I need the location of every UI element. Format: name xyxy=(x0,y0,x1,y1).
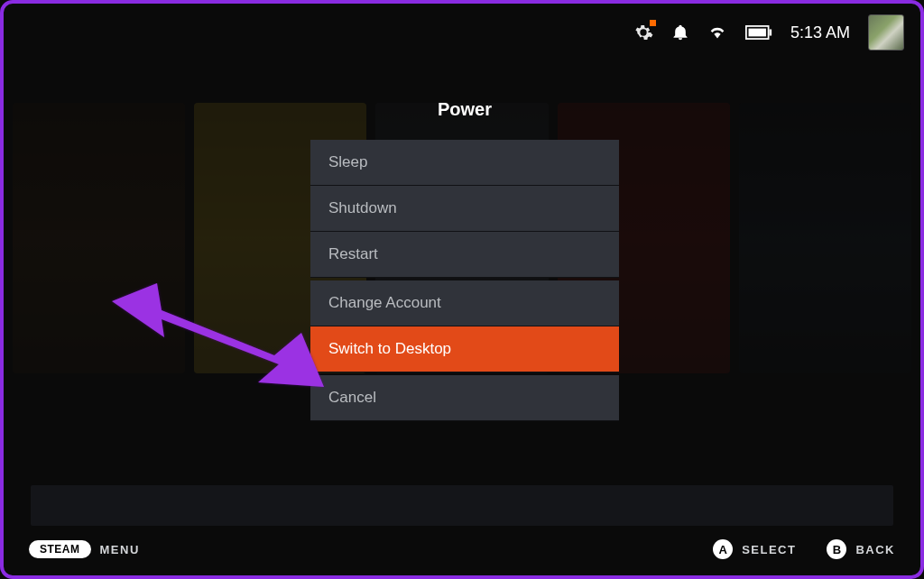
power-menu-group-1: Sleep Shutdown Restart xyxy=(310,140,619,278)
svg-rect-2 xyxy=(748,29,765,37)
steam-pill[interactable]: STEAM xyxy=(29,540,91,558)
status-bar: 5:13 AM xyxy=(633,14,904,51)
settings-icon[interactable] xyxy=(633,23,653,42)
back-label: BACK xyxy=(855,543,895,556)
a-button-icon: A xyxy=(713,539,733,559)
avatar[interactable] xyxy=(868,14,904,51)
footer-bar: STEAM MENU A SELECT B BACK xyxy=(29,539,895,559)
b-button-icon: B xyxy=(827,539,846,559)
clock-time: 5:13 AM xyxy=(790,23,850,42)
menu-item-sleep[interactable]: Sleep xyxy=(310,140,619,186)
game-tile xyxy=(13,103,185,373)
select-label: SELECT xyxy=(742,543,796,556)
power-menu-group-3: Cancel xyxy=(310,375,619,421)
menu-item-restart[interactable]: Restart xyxy=(310,232,619,278)
battery-icon[interactable] xyxy=(745,24,772,41)
power-dialog: Power Sleep Shutdown Restart Change Acco… xyxy=(310,99,619,421)
menu-item-shutdown[interactable]: Shutdown xyxy=(310,186,619,232)
footer-right: A SELECT B BACK xyxy=(713,539,895,559)
dialog-title: Power xyxy=(310,99,619,120)
footer-left: STEAM MENU xyxy=(29,540,140,558)
game-tile xyxy=(739,103,911,373)
power-menu-group-2: Change Account Switch to Desktop xyxy=(310,280,619,372)
svg-rect-1 xyxy=(769,29,772,35)
menu-item-change-account[interactable]: Change Account xyxy=(310,280,619,326)
wifi-icon[interactable] xyxy=(707,23,727,42)
notification-bell-icon[interactable] xyxy=(671,23,689,42)
menu-item-cancel[interactable]: Cancel xyxy=(310,375,619,421)
bottom-blurb-bar xyxy=(31,485,893,526)
menu-label: MENU xyxy=(100,543,140,556)
menu-item-switch-to-desktop[interactable]: Switch to Desktop xyxy=(310,326,619,372)
